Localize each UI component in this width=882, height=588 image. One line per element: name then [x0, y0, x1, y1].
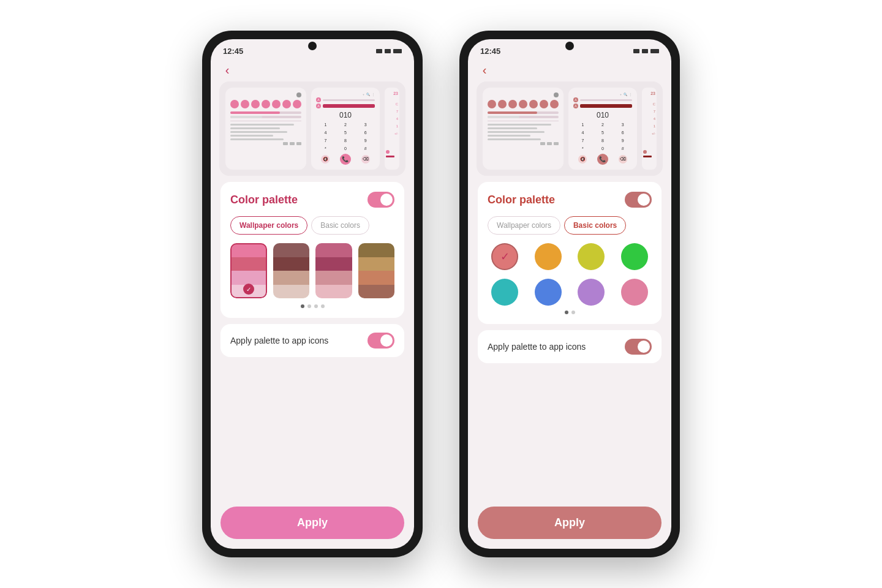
- color-circle-yellow-2[interactable]: [578, 243, 605, 270]
- tab-basic-1[interactable]: Basic colors: [311, 216, 369, 235]
- scroll-content-1[interactable]: Color palette Wallpaper colors Basic col…: [211, 182, 414, 507]
- scroll-content-2[interactable]: Color palette Wallpaper colors Basic col…: [468, 182, 671, 507]
- back-button-1[interactable]: ‹: [211, 59, 414, 81]
- preview-card-extra-1: 23 C 7 4 1 +/-: [385, 88, 399, 170]
- dial-grid-1: 123 456 789 *0#: [316, 121, 375, 152]
- dial-number-2: 010: [573, 111, 632, 119]
- dot-2-2: [571, 311, 575, 314]
- progress-bar-2: [488, 111, 559, 118]
- app-icon-2-3: [508, 100, 517, 108]
- indicator-2: [643, 150, 647, 154]
- preview-inner-1: +🔍⋮ A A 010: [219, 81, 405, 176]
- apply-palette-toggle-1[interactable]: [368, 333, 394, 349]
- apply-palette-toggle-2[interactable]: [625, 339, 652, 355]
- dot-1-3: [314, 304, 318, 308]
- color-circle-blue-2[interactable]: [535, 279, 562, 306]
- side-4-2: 4: [652, 117, 655, 121]
- apply-button-2[interactable]: Apply: [478, 507, 662, 539]
- text-lines-2: [488, 124, 559, 140]
- wifi-icon-1: [385, 49, 391, 53]
- side-pm-2: +/-: [652, 132, 655, 135]
- app-icon-4: [262, 100, 270, 108]
- app-icon-2-6: [540, 100, 548, 108]
- icon-row-2: [488, 100, 559, 108]
- dots-row-1: [230, 304, 394, 308]
- back-arrow-icon-1: ‹: [221, 63, 234, 77]
- app-icon-2-2: [498, 100, 507, 108]
- call-button-1[interactable]: 📞: [340, 154, 351, 165]
- swatch-1[interactable]: ✓: [230, 243, 267, 298]
- apply-palette-row-1: Apply palette to app icons: [221, 324, 404, 357]
- palette-title-2: Color palette: [488, 194, 555, 206]
- color-circle-red-2[interactable]: ✓: [491, 243, 518, 270]
- dot-1-2: [307, 304, 311, 308]
- app-icon-2-1: [488, 100, 496, 108]
- palette-title-1: Color palette: [230, 194, 298, 206]
- palette-header-1: Color palette: [230, 192, 394, 208]
- indicator-bar-2: [643, 156, 652, 157]
- side-7-2: 7: [652, 110, 655, 113]
- color-circle-green-2[interactable]: [621, 243, 648, 270]
- wifi-icon-2: [642, 49, 648, 53]
- side-4-1: 4: [394, 117, 398, 121]
- progress-bar-1: [230, 111, 301, 118]
- palette-toggle-1[interactable]: [368, 192, 394, 208]
- side-1-2: 1: [652, 124, 655, 128]
- app-icon-6: [282, 100, 291, 108]
- app-icon-1: [230, 100, 239, 108]
- swatch-4[interactable]: [358, 243, 395, 298]
- palette-card-2: Color palette Wallpaper colors Basic col…: [478, 182, 662, 324]
- toggle-knob-1: [380, 194, 393, 206]
- signal-icon-2: [633, 49, 639, 53]
- media-control-row-2: [488, 142, 559, 145]
- app-icon-2-5: [529, 100, 538, 108]
- color-circle-orange-2[interactable]: [535, 243, 562, 270]
- tab-wallpaper-1[interactable]: Wallpaper colors: [230, 216, 307, 235]
- swatch-check-1: ✓: [243, 284, 254, 295]
- dial-header-2: +🔍⋮: [573, 92, 632, 96]
- preview-card-right-2: +🔍⋮ A A 010: [568, 88, 637, 170]
- back-arrow-icon-2: ‹: [478, 63, 491, 77]
- swatch-3[interactable]: [315, 243, 352, 298]
- phone-screen-2: 12:45 ‹: [468, 39, 671, 549]
- swatch-2[interactable]: [273, 243, 310, 298]
- status-time-2: 12:45: [480, 47, 500, 56]
- swatches-row-1: ✓: [230, 243, 394, 298]
- app-icon-5: [272, 100, 281, 108]
- palette-card-1: Color palette Wallpaper colors Basic col…: [221, 182, 404, 318]
- side-pm-1: +/-: [394, 132, 398, 135]
- preview-card-right-1: +🔍⋮ A A 010: [311, 88, 380, 170]
- apply-palette-label-1: Apply palette to app icons: [230, 336, 328, 345]
- indicator-bar-1: [386, 156, 394, 157]
- color-circle-teal-2[interactable]: [491, 279, 518, 306]
- status-icons-1: [376, 49, 402, 53]
- call-button-2[interactable]: 📞: [597, 154, 608, 165]
- tab-row-2: Wallpaper colors Basic colors: [488, 216, 652, 235]
- tab-basic-2[interactable]: Basic colors: [564, 216, 626, 235]
- apply-palette-label-2: Apply palette to app icons: [488, 342, 586, 352]
- back-button-2[interactable]: ‹: [468, 59, 671, 81]
- apply-button-1[interactable]: Apply: [221, 507, 404, 539]
- dial-header-1: +🔍⋮: [316, 92, 375, 96]
- preview-card-left-2: [483, 88, 564, 170]
- color-circle-purple-2[interactable]: [578, 279, 605, 306]
- card-divider-1: [230, 121, 301, 121]
- phone-frame-1: 12:45 ‹: [202, 31, 423, 557]
- dial-actions-2: 🔇 📞 ⌫: [573, 154, 632, 165]
- palette-toggle-2[interactable]: [625, 192, 652, 208]
- preview-card-extra-2: 23 C 7 4 1 +/-: [642, 88, 657, 170]
- indicator-1: [386, 150, 390, 154]
- side-c-1: C: [394, 102, 398, 106]
- phone-screen-1: 12:45 ‹: [211, 39, 414, 549]
- apply-btn-container-1: Apply: [211, 507, 414, 549]
- media-control-row-1: [230, 142, 301, 145]
- text-lines-1: [230, 124, 301, 140]
- side-7-1: 7: [394, 110, 398, 113]
- signal-icon-1: [376, 49, 382, 53]
- color-check-2: ✓: [491, 243, 518, 270]
- color-circle-pink-2[interactable]: [621, 279, 648, 306]
- dot-1-4: [321, 304, 325, 308]
- tab-row-1: Wallpaper colors Basic colors: [230, 216, 394, 235]
- battery-icon-1: [393, 49, 402, 53]
- tab-wallpaper-2[interactable]: Wallpaper colors: [488, 216, 560, 235]
